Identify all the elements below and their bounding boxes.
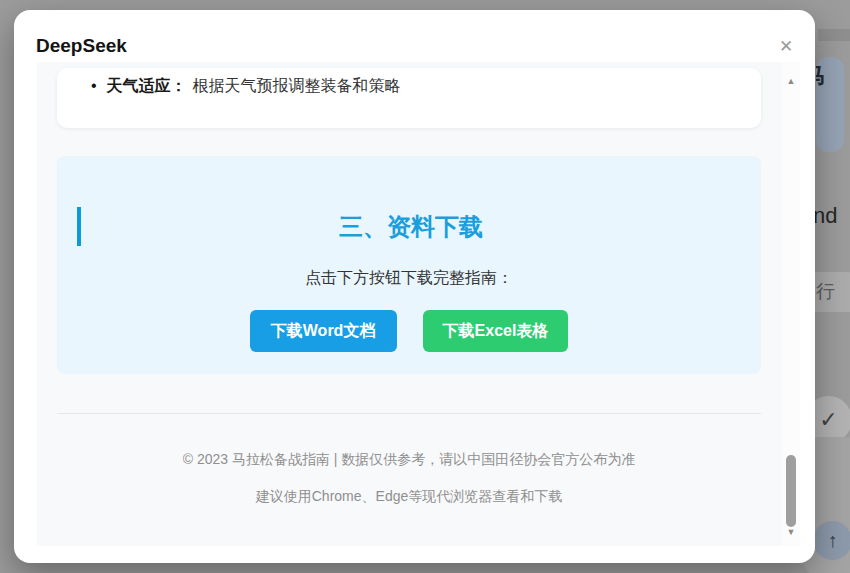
tips-card: •天气适应：根据天气预报调整装备和策略 <box>57 68 761 128</box>
background-text-fragment: nd <box>813 203 837 229</box>
scrollbar-thumb[interactable] <box>786 455 796 527</box>
footer-divider <box>57 413 761 414</box>
arrow-up-icon: ↑ <box>828 529 838 552</box>
scroll-down-arrow-icon[interactable]: ▼ <box>782 527 800 537</box>
background-text-band <box>818 29 850 41</box>
list-item: •天气适应：根据天气预报调整装备和策略 <box>91 76 401 96</box>
download-excel-button[interactable]: 下载Excel表格 <box>423 310 569 352</box>
background-bubble-text-fragment: 马 <box>816 61 828 89</box>
close-button[interactable]: ✕ <box>774 34 798 58</box>
bullet-label: 天气适应： <box>107 77 187 94</box>
close-icon: ✕ <box>779 36 793 57</box>
dimmed-page-backdrop: 马 nd 行 ✓ ↑ DeepSeek ✕ •天气适应：根据天气预报调整装备和策… <box>0 0 850 573</box>
footer-copyright: © 2023 马拉松备战指南 | 数据仅供参考，请以中国田径协会官方公布为准 <box>57 451 761 469</box>
download-buttons-row: 下载Word文档 下载Excel表格 <box>57 310 761 352</box>
deepseek-modal: DeepSeek ✕ •天气适应：根据天气预报调整装备和策略 三、资料下载 点击… <box>14 10 815 563</box>
bullet-marker: • <box>91 77 97 94</box>
bullet-text: 根据天气预报调整装备和策略 <box>193 77 401 94</box>
scrollbar-track[interactable]: ▲ ▼ <box>782 62 800 546</box>
download-section: 三、资料下载 点击下方按钮下载完整指南： 下载Word文档 下载Excel表格 <box>57 156 761 374</box>
modal-title: DeepSeek <box>36 35 127 57</box>
section-description: 点击下方按钮下载完整指南： <box>57 268 761 289</box>
send-button[interactable]: ↑ <box>813 521 850 560</box>
modal-scroll-area: •天气适应：根据天气预报调整装备和策略 三、资料下载 点击下方按钮下载完整指南：… <box>37 62 800 546</box>
background-message-bubble: 马 <box>816 57 844 152</box>
scroll-up-arrow-icon[interactable]: ▲ <box>782 76 800 86</box>
section-heading: 三、资料下载 <box>77 207 741 246</box>
download-word-button[interactable]: 下载Word文档 <box>250 310 397 352</box>
footer-browser-note: 建议使用Chrome、Edge等现代浏览器查看和下载 <box>57 488 761 506</box>
